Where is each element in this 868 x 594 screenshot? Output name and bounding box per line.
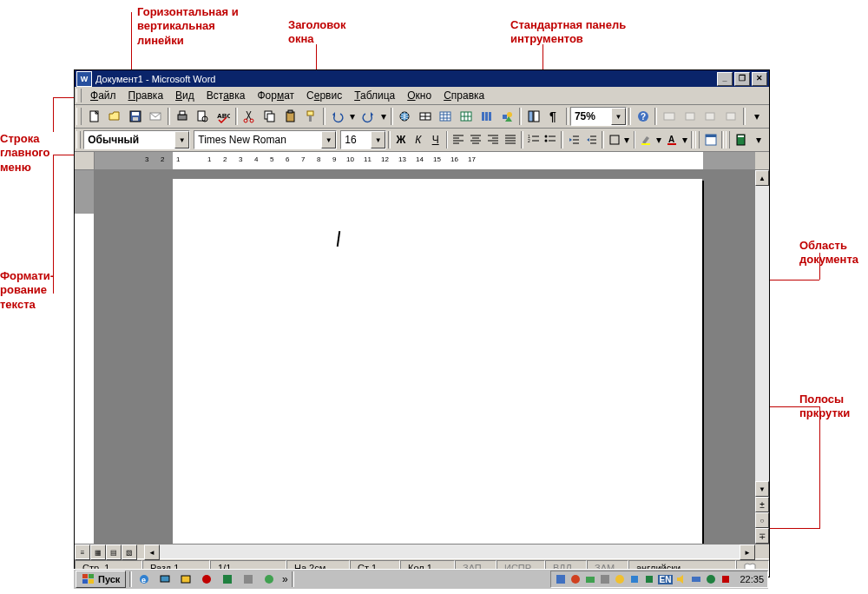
scroll-right-icon[interactable]: ► [740, 544, 755, 560]
tray-icon[interactable] [690, 573, 702, 585]
doc-map-icon[interactable] [523, 106, 544, 127]
quick-launch-outlook-icon[interactable] [175, 569, 196, 590]
normal-view-icon[interactable]: ≡ [75, 544, 90, 560]
browse-prev-icon[interactable]: ± [755, 497, 769, 512]
start-button[interactable]: Пуск [76, 571, 126, 588]
page[interactable] [173, 179, 702, 544]
hscroll-track[interactable] [160, 544, 740, 558]
document-area[interactable] [95, 170, 754, 544]
toolbar-more-icon[interactable]: ▾ [747, 106, 768, 127]
insert-table-icon[interactable] [436, 106, 457, 127]
horizontal-ruler[interactable]: 321 123 456 789 101112 131415 1617 [95, 152, 755, 169]
browse-next-icon[interactable]: ∓ [755, 528, 769, 544]
quick-launch-app2-icon[interactable] [217, 569, 238, 590]
bold-icon[interactable]: Ж [392, 129, 410, 150]
copy-icon[interactable] [260, 106, 280, 127]
dictionary-icon[interactable] [733, 129, 750, 150]
new-doc-icon[interactable] [84, 106, 105, 127]
style-input[interactable] [88, 134, 173, 146]
align-center-icon[interactable] [467, 129, 484, 150]
italic-icon[interactable]: К [410, 129, 427, 150]
scroll-left-icon[interactable]: ◄ [144, 544, 160, 560]
mail-icon[interactable] [146, 106, 167, 127]
envelope-icon[interactable] [659, 106, 680, 127]
help-icon[interactable]: ? [633, 106, 654, 127]
grip-icon[interactable] [76, 89, 82, 102]
tables-borders-icon[interactable] [415, 106, 436, 127]
grip-icon[interactable] [695, 131, 700, 148]
font-combo[interactable]: ▼ [194, 130, 337, 149]
quick-launch-more-icon[interactable]: » [279, 569, 290, 590]
web-view-icon[interactable]: ▦ [90, 544, 106, 560]
menu-insert[interactable]: ВставкаВставка [201, 88, 252, 103]
undo-icon[interactable] [327, 106, 348, 127]
outline-view-icon[interactable]: ▧ [122, 544, 137, 560]
style-combo[interactable]: ▼ [83, 130, 190, 149]
minimize-button[interactable]: _ [717, 72, 733, 86]
titlebar[interactable]: W Документ1 - Microsoft Word _ ❐ ✕ [75, 70, 769, 87]
toolbar-more-icon[interactable]: ▾ [750, 129, 767, 150]
decrease-indent-icon[interactable] [565, 129, 582, 150]
dropdown-icon[interactable]: ▼ [371, 131, 385, 148]
quick-launch-app-icon[interactable] [196, 569, 217, 590]
labels-icon[interactable] [720, 106, 741, 127]
menu-edit[interactable]: ПравкаПравка [122, 88, 170, 103]
borders-icon[interactable] [606, 129, 623, 150]
tray-icon[interactable] [614, 573, 626, 585]
quick-launch-app4-icon[interactable] [259, 569, 279, 590]
tray-icon[interactable] [643, 573, 655, 585]
hyperlink-icon[interactable] [395, 106, 416, 127]
paste-icon[interactable] [280, 106, 301, 127]
insert-field-icon[interactable] [680, 106, 700, 127]
format-painter-icon[interactable] [300, 106, 321, 127]
redo-icon[interactable] [358, 106, 378, 127]
scroll-track[interactable] [755, 186, 769, 481]
print-icon[interactable] [172, 106, 193, 127]
lang-indicator[interactable]: EN [658, 575, 674, 584]
web-layout-icon[interactable] [702, 129, 720, 150]
zoom-combo[interactable]: ▼ [570, 107, 627, 126]
tray-icon[interactable] [628, 573, 641, 585]
tray-icon[interactable] [720, 573, 732, 585]
numbering-icon[interactable]: 12 [525, 129, 542, 150]
menu-file[interactable]: ФФайлайл [84, 88, 122, 103]
menu-window[interactable]: ОкноОкно [401, 88, 437, 103]
merge-icon[interactable] [700, 106, 721, 127]
font-color-dropdown-icon[interactable]: ▾ [681, 129, 689, 150]
browse-select-icon[interactable]: ○ [755, 512, 769, 528]
open-icon[interactable] [104, 106, 125, 127]
restore-button[interactable]: ❐ [734, 72, 750, 86]
menu-format[interactable]: ФорматФормат [251, 88, 300, 103]
zoom-input[interactable] [575, 110, 609, 122]
undo-dropdown-icon[interactable]: ▾ [347, 106, 358, 127]
tray-icon[interactable] [584, 573, 596, 585]
underline-icon[interactable]: Ч [427, 129, 444, 150]
vertical-ruler[interactable] [75, 170, 95, 544]
highlight-dropdown-icon[interactable]: ▾ [654, 129, 663, 150]
size-combo[interactable]: ▼ [340, 130, 386, 149]
grip-icon[interactable] [726, 131, 730, 148]
quick-launch-ie-icon[interactable]: e [134, 569, 155, 590]
align-left-icon[interactable] [450, 129, 467, 150]
scroll-up-icon[interactable]: ▲ [755, 170, 769, 186]
tray-icon[interactable] [569, 573, 582, 585]
print-preview-icon[interactable] [193, 106, 214, 127]
quick-launch-desktop-icon[interactable] [155, 569, 175, 590]
tray-icon[interactable] [555, 573, 567, 585]
menu-view[interactable]: ВидВид [169, 88, 201, 103]
spellcheck-icon[interactable]: ABC [213, 106, 233, 127]
redo-dropdown-icon[interactable]: ▾ [378, 106, 389, 127]
insert-excel-icon[interactable] [456, 106, 477, 127]
dropdown-icon[interactable]: ▼ [174, 131, 189, 148]
borders-dropdown-icon[interactable]: ▾ [622, 129, 631, 150]
size-input[interactable] [345, 134, 369, 146]
increase-indent-icon[interactable] [582, 129, 600, 150]
tray-volume-icon[interactable] [675, 573, 687, 585]
clock[interactable]: 22:35 [740, 574, 764, 584]
cut-icon[interactable] [240, 106, 260, 127]
scroll-down-icon[interactable]: ▼ [755, 481, 769, 497]
dropdown-icon[interactable]: ▼ [611, 108, 626, 125]
font-color-icon[interactable]: A [663, 129, 681, 150]
tray-icon[interactable] [705, 573, 717, 585]
font-input[interactable] [198, 134, 319, 146]
